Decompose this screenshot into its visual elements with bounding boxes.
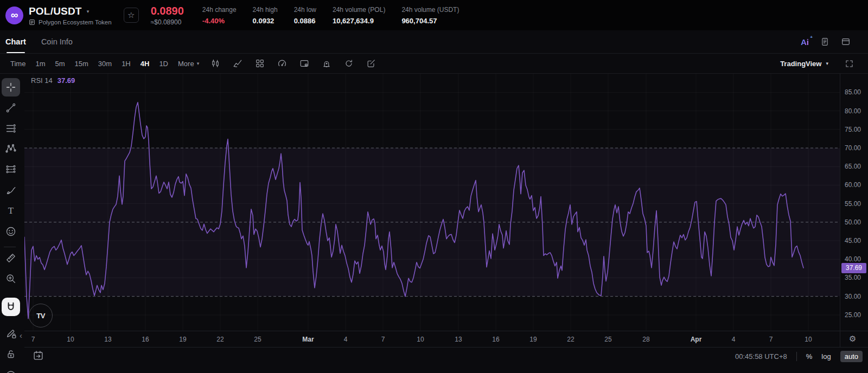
provider-selector[interactable]: TradingView (780, 60, 821, 68)
price-usd-equivalent: ≈$0.08900 (151, 18, 184, 26)
x-axis-label: 4 (334, 336, 358, 343)
candlestick-chart-icon[interactable] (210, 59, 220, 68)
magnet-tool[interactable] (2, 298, 20, 316)
brush-tool[interactable] (2, 181, 20, 200)
tradingview-logo-glyph: TV (36, 312, 45, 320)
alert-bell-icon[interactable] (322, 59, 331, 68)
x-axis-label: 13 (446, 336, 470, 343)
crosshair-tool[interactable] (2, 78, 20, 97)
edit-note-icon[interactable] (366, 59, 376, 68)
gear-icon[interactable]: ⚙ (849, 334, 856, 344)
interval-1d[interactable]: 1D (154, 60, 173, 68)
ai-sparkle-icon: + (810, 35, 813, 40)
y-axis-label: 60.00 (845, 181, 861, 189)
layout-panel-icon[interactable] (841, 37, 851, 47)
y-axis-label: 45.00 (845, 237, 861, 245)
drawing-lock-tool[interactable] (2, 324, 20, 343)
x-axis-label: 25 (596, 336, 620, 343)
interval-1m[interactable]: 1m (30, 60, 50, 68)
ai-assistant-button[interactable]: Ai+ (801, 37, 809, 47)
emoji-tool[interactable] (2, 222, 20, 241)
interval-15m[interactable]: 15m (70, 60, 93, 68)
stat-24h-volume-usdt: 24h volume (USDT) 960,704.57 (401, 6, 459, 25)
gauge-icon[interactable] (277, 59, 287, 68)
x-axis-label: 10 (796, 336, 820, 343)
tab-coin-info[interactable]: Coin Info (41, 30, 73, 53)
y-axis-label: 40.00 (845, 255, 861, 263)
polygon-logo-glyph: ∞ (11, 10, 18, 20)
favorite-star-button[interactable]: ☆ (124, 8, 139, 23)
x-axis-label: 25 (246, 336, 270, 343)
go-to-date-button[interactable] (33, 350, 44, 361)
x-axis-label: 22 (208, 336, 232, 343)
x-axis-label: 13 (96, 336, 120, 343)
x-axis-label: 22 (559, 336, 583, 343)
y-axis-label: 75.00 (845, 126, 861, 133)
order-panel-icon[interactable] (820, 37, 829, 47)
stat-24h-volume-pol: 24h volume (POL) 10,627,634.9 (333, 6, 385, 25)
pair-name: POL/USDT (29, 5, 82, 17)
session-clock[interactable]: 00:45:58 UTC+8 (735, 352, 787, 361)
chevron-down-icon: ▾ (87, 9, 90, 14)
x-axis-label: 19 (171, 336, 195, 343)
sidebar-collapse-chevron[interactable]: ‹ (20, 331, 22, 340)
trend-line-tool[interactable] (2, 99, 20, 117)
fullscreen-button[interactable] (845, 59, 854, 68)
log-scale-toggle[interactable]: log (821, 352, 831, 361)
trading-terminal: ∞ POL/USDT ▾ Polygon Ecosystem Token ☆ 0… (0, 0, 868, 373)
pair-selector[interactable]: POL/USDT ▾ Polygon Ecosystem Token (29, 5, 112, 25)
horizontal-lines-tool[interactable] (2, 119, 20, 138)
x-axis-label: 7 (371, 336, 395, 343)
position-tool[interactable] (2, 160, 20, 178)
zoom-in-tool[interactable] (2, 269, 20, 288)
y-axis-label: 65.00 (845, 163, 861, 170)
drawing-tools-sidebar: T (0, 74, 24, 373)
divider (796, 352, 797, 361)
y-axis-label: 55.00 (845, 200, 861, 208)
xabcd-pattern-tool[interactable] (2, 139, 20, 158)
interval-more-dropdown[interactable]: More▾ (173, 60, 204, 68)
x-axis-label: 10 (409, 336, 432, 343)
x-axis-label: 28 (634, 336, 658, 343)
time-axis[interactable]: ⚙ 7101316192225Mar4710131619222528Apr471… (24, 331, 868, 347)
hide-drawings-eye-tool[interactable] (2, 364, 20, 373)
y-axis-label: 35.00 (845, 274, 861, 281)
text-tool[interactable]: T (2, 202, 20, 220)
x-axis-label: 19 (521, 336, 545, 343)
x-axis-label: Apr (684, 336, 708, 343)
y-axis-label: 30.00 (845, 293, 861, 300)
line-chart-icon[interactable] (233, 59, 242, 68)
tools-divider (4, 247, 16, 247)
stat-24h-change: 24h change -4.40% (202, 6, 237, 25)
stat-24h-low: 24h low 0.0886 (294, 6, 316, 25)
screenshot-icon[interactable] (299, 59, 309, 68)
interval-time[interactable]: Time (5, 60, 30, 68)
polygon-logo: ∞ (5, 7, 23, 24)
indicators-grid-icon[interactable] (255, 59, 265, 68)
chevron-down-icon: ▾ (197, 61, 200, 66)
stat-24h-high: 24h high 0.0932 (253, 6, 278, 25)
refresh-icon[interactable] (344, 59, 354, 68)
last-value-badge: 37.69 (841, 263, 866, 273)
indicator-legend[interactable]: RSI 14 37.69 (31, 76, 75, 85)
tradingview-watermark: TV (29, 304, 53, 327)
interval-5m[interactable]: 5m (50, 60, 69, 68)
star-icon: ☆ (127, 10, 135, 20)
tab-chart[interactable]: Chart (5, 30, 26, 53)
indicator-name: RSI 14 (31, 76, 53, 85)
interval-1h[interactable]: 1H (117, 60, 136, 68)
y-axis-label: 70.00 (845, 144, 861, 152)
view-tabs: Chart Coin Info Ai+ (0, 30, 868, 54)
chart-toolbar: Time 1m 5m 15m 30m 1H 4H 1D More▾ Tradin… (0, 54, 868, 74)
auto-scale-toggle[interactable]: auto (840, 351, 863, 362)
indicator-value: 37.69 (58, 76, 75, 85)
measure-ruler-tool[interactable] (2, 249, 20, 267)
unlock-tool[interactable] (2, 344, 20, 363)
x-axis-label: 4 (722, 336, 745, 343)
interval-4h[interactable]: 4H (136, 60, 155, 68)
price-scale[interactable]: 85.0080.0075.0070.0065.0060.0055.0050.00… (840, 74, 868, 373)
x-axis-label: Mar (296, 336, 320, 343)
token-full-name: Polygon Ecosystem Token (39, 19, 112, 25)
percent-scale-toggle[interactable]: % (806, 352, 813, 361)
interval-30m[interactable]: 30m (93, 60, 117, 68)
